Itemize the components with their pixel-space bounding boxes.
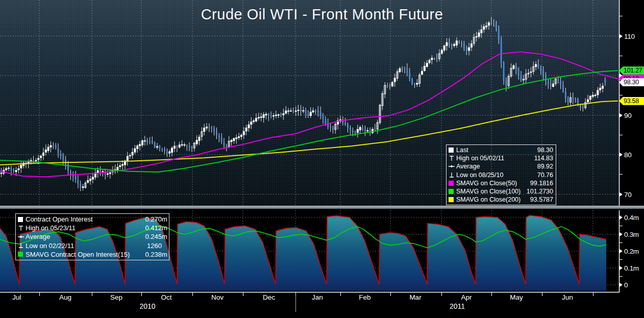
legend-color-swatch xyxy=(449,189,454,194)
terminal-chart-window: Crude Oil WTI - Front Month Future Last9… xyxy=(0,0,644,318)
month-tick xyxy=(192,292,193,296)
legend-label: Low on 02/22/11 xyxy=(26,242,140,250)
axis-tick-arrow xyxy=(620,283,623,287)
low-marker-icon xyxy=(449,172,455,178)
legend-value: 93.5787 xyxy=(523,196,553,203)
legend-color-swatch xyxy=(18,252,23,257)
oi-axis-label: 0 xyxy=(624,281,628,289)
month-label: Aug xyxy=(54,293,77,301)
month-label: Jan xyxy=(306,293,329,301)
month-label: Apr xyxy=(455,293,478,301)
legend-row[interactable]: Low on 08/25/1070.76 xyxy=(449,171,553,179)
chart-title: Crude Oil WTI - Front Month Future xyxy=(0,6,644,23)
legend-unit: m xyxy=(162,215,166,223)
price-axis-label: 80 xyxy=(624,151,631,159)
avg-marker-icon xyxy=(449,163,455,169)
month-label: Nov xyxy=(206,293,229,301)
axis-tick-arrow xyxy=(620,215,623,219)
minor-tick xyxy=(620,56,623,56)
legend-row[interactable]: SMAVG on Close(100)101.2730 xyxy=(449,187,553,195)
legend-label: Average xyxy=(456,163,523,170)
minor-tick xyxy=(620,226,623,226)
chart-overlay: Crude Oil WTI - Front Month Future Last9… xyxy=(0,0,644,318)
low-marker-icon xyxy=(18,242,24,249)
minor-tick xyxy=(620,276,623,277)
avg-marker-icon xyxy=(18,234,24,240)
legend-label: Last xyxy=(456,146,523,154)
legend-row[interactable]: Contract Open Interest0.270m xyxy=(18,215,166,224)
legend-row[interactable]: SMAVG on Close(50)99.1816 xyxy=(449,179,553,187)
legend-row[interactable]: SMAVG on Close(200)93.5787 xyxy=(449,195,553,204)
month-label: Mar xyxy=(404,293,427,301)
legend-label: SMAVG on Close(100) xyxy=(456,188,523,195)
month-label: Sep xyxy=(105,293,128,301)
legend-row[interactable]: Last98.30 xyxy=(449,146,553,154)
legend-value: 98.30 xyxy=(523,146,553,154)
price-tag-93-58: 93.58 xyxy=(619,97,644,105)
year-label: 2010 xyxy=(132,302,163,310)
month-tick xyxy=(491,292,492,296)
legend-value: 101.2730 xyxy=(523,188,553,195)
axis-tick-arrow xyxy=(620,153,623,157)
legend-row[interactable]: SMAVG Contract Open Interest(15)0.238m xyxy=(18,250,166,259)
month-label: Dec xyxy=(258,293,280,301)
legend-color-swatch xyxy=(449,181,454,186)
legend-value: 0.238 xyxy=(140,251,162,258)
minor-tick xyxy=(620,242,623,243)
minor-tick xyxy=(620,174,623,175)
oi-axis-label: 0.4m xyxy=(624,214,639,222)
open-interest-legend[interactable]: Contract Open Interest0.270mHigh on 05/2… xyxy=(15,213,169,260)
legend-row[interactable]: Average0.245m xyxy=(18,232,166,241)
legend-row[interactable]: High on 05/02/11114.83 xyxy=(449,154,553,162)
oi-axis-label: 0.1m xyxy=(624,264,639,272)
legend-label: Average xyxy=(26,233,140,240)
legend-row[interactable]: Average89.92 xyxy=(449,162,553,170)
legend-row[interactable]: Low on 02/22/111260 xyxy=(18,241,166,250)
year-divider xyxy=(295,293,296,312)
legend-label: High on 05/02/11 xyxy=(456,155,523,162)
high-marker-icon xyxy=(18,225,24,231)
month-label: Jul xyxy=(6,293,28,301)
legend-unit: m xyxy=(162,224,166,232)
month-tick xyxy=(39,292,40,296)
legend-label: SMAVG on Close(50) xyxy=(456,180,523,187)
minor-tick xyxy=(620,16,623,16)
month-label: Feb xyxy=(354,293,376,301)
axis-tick-arrow xyxy=(620,192,623,197)
price-axis-label: 70 xyxy=(624,190,631,198)
minor-tick xyxy=(620,135,623,135)
legend-label: High on 05/23/11 xyxy=(26,224,140,232)
legend-color-swatch xyxy=(449,148,454,153)
month-label: Jun xyxy=(556,293,579,301)
legend-label: Contract Open Interest xyxy=(26,215,140,223)
legend-color-swatch xyxy=(449,197,454,202)
legend-unit: m xyxy=(162,233,166,240)
price-axis-label: 110 xyxy=(624,32,635,40)
year-label: 2011 xyxy=(442,302,473,310)
legend-unit: m xyxy=(162,251,166,258)
axis-tick-arrow xyxy=(620,113,623,117)
axis-tick-arrow xyxy=(620,266,623,270)
month-tick xyxy=(390,292,391,296)
minor-tick xyxy=(620,95,623,95)
month-label: Oct xyxy=(155,293,178,301)
month-tick xyxy=(340,292,341,296)
minor-tick xyxy=(620,259,623,260)
price-legend[interactable]: Last98.30High on 05/02/11114.83Average89… xyxy=(446,144,556,205)
month-tick xyxy=(243,292,243,296)
legend-label: SMAVG Contract Open Interest(15) xyxy=(26,251,140,258)
legend-value: 114.83 xyxy=(523,155,553,162)
month-tick xyxy=(542,292,542,296)
month-tick xyxy=(441,292,442,296)
legend-row[interactable]: High on 05/23/110.412m xyxy=(18,224,166,232)
legend-label: SMAVG on Close(200) xyxy=(456,196,523,203)
oi-axis-label: 0.2m xyxy=(624,248,639,255)
axis-tick-arrow xyxy=(620,232,623,236)
month-tick xyxy=(141,292,142,296)
legend-value: 89.92 xyxy=(523,163,553,170)
price-tag-98-30: 98.30 xyxy=(619,78,644,86)
legend-value: 1260 xyxy=(140,242,162,250)
axis-tick-arrow xyxy=(620,34,623,38)
high-marker-icon xyxy=(449,155,455,161)
month-tick xyxy=(593,292,593,296)
